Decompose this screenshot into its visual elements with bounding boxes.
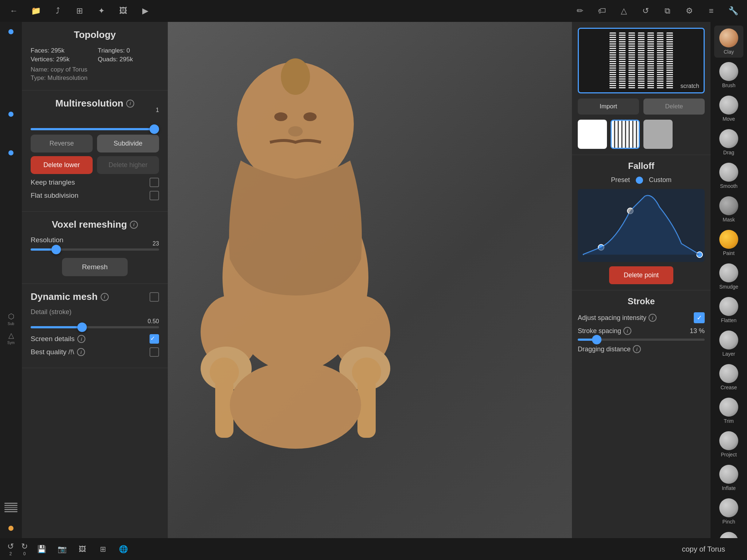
dynamic-mesh-info-icon[interactable]: i [101,293,109,301]
import-button[interactable]: Import [578,99,639,115]
falloff-dot[interactable] [636,177,643,184]
delete-higher-button[interactable]: Delete higher [97,156,159,174]
svg-point-14 [230,361,361,449]
stroke-spacing-slider[interactable] [578,339,705,341]
image-icon[interactable]: 🖼 [117,4,130,18]
remesh-button[interactable]: Remesh [62,258,128,276]
tool-item-mask[interactable]: Mask [714,193,743,225]
keep-triangles-checkbox[interactable] [150,178,159,187]
tool-item-crease[interactable]: Crease [714,361,743,393]
sidebar-item-sym[interactable]: △ Sym [3,330,19,346]
grid-icon[interactable]: ⊞ [73,4,86,18]
redo-button[interactable]: ↻ 0 [21,542,28,556]
adjust-spacing-label: Adjust spacing intensity [578,314,646,322]
sidebar-item-sub[interactable]: ⬡ Sub [3,311,19,327]
adjust-spacing-info[interactable]: i [649,314,657,322]
best-quality-checkbox[interactable] [150,347,159,357]
tool-item-drag[interactable]: Drag [714,126,743,158]
grid-bottom-icon[interactable]: ⊞ [96,542,109,556]
tool-item-flatten[interactable]: Flatten [714,294,743,326]
layers-icon[interactable]: ⧉ [661,4,674,18]
brush-delete-button[interactable]: Delete [643,99,705,115]
photo-icon[interactable]: 🖼 [76,542,89,556]
save-icon[interactable]: 💾 [35,542,48,556]
screen-details-checkbox[interactable]: ✓ [150,334,159,344]
voxel-remeshing-section: Voxel remeshing i Resolution 23 Remesh [22,212,168,284]
sidebar-stripes[interactable] [3,499,19,515]
stroke-spacing-info[interactable]: i [623,327,631,335]
best-quality-info[interactable]: i [77,348,85,356]
tool-item-trim[interactable]: Trim [714,395,743,427]
top-toolbar: ← 📁 ⤴ ⊞ ✦ 🖼 ▶ ✏ 🏷 △ ↺ ⧉ ⚙ ≡ 🔧 [0,0,747,22]
brush-thumb-3[interactable] [643,120,673,149]
back-icon[interactable]: ← [7,4,20,18]
video-icon[interactable]: ▶ [139,4,152,18]
tool-item-smooth-bottom[interactable]: Smooth [714,529,743,538]
subdivide-button[interactable]: Subdivide [97,135,159,152]
refresh-icon[interactable]: ↺ [639,4,652,18]
sidebar-dot-blue2[interactable] [8,112,13,117]
dm-slider-track[interactable]: 0.50 [31,326,159,328]
voxel-info-icon[interactable]: i [130,221,138,229]
brush-preview-image[interactable]: scratch [578,28,705,93]
reverse-button[interactable]: Reverse [31,135,93,152]
tool-item-brush[interactable]: Brush [714,59,743,91]
stroke-slider-thumb[interactable] [592,335,601,344]
scratch-line-2 [619,32,626,89]
delete-point-button[interactable]: Delete point [609,266,673,284]
settings-icon[interactable]: ⚙ [683,4,696,18]
move-label: Move [723,116,735,122]
brush-thumb-1[interactable] [578,120,607,149]
multires-slider-track[interactable] [31,128,159,130]
tool-item-smooth-top[interactable]: Smooth [714,160,743,192]
stroke-section: Stroke Adjust spacing intensity i ✓ Stro… [572,290,711,363]
tool-item-move[interactable]: Move [714,93,743,125]
tool-item-paint[interactable]: Paint [714,227,743,259]
tool-item-inflate[interactable]: Inflate [714,462,743,494]
custom-label[interactable]: Custom [649,176,671,184]
dm-slider-fill [31,326,82,328]
tool-item-pinch[interactable]: Pinch [714,495,743,528]
inflate-label: Inflate [722,485,736,491]
flat-subdivision-checkbox[interactable] [150,191,159,200]
effects-icon[interactable]: ✦ [95,4,108,18]
sliders-icon[interactable]: ≡ [705,4,718,18]
dynamic-mesh-checkbox[interactable] [150,292,159,302]
voxel-slider-thumb[interactable] [51,245,61,254]
dragging-distance-info[interactable]: i [633,345,641,353]
tag-icon[interactable]: 🏷 [595,4,608,18]
share-icon[interactable]: ⤴ [51,4,64,18]
tool-item-clay[interactable]: Clay [714,26,743,58]
dm-slider-thumb[interactable] [77,323,87,332]
screen-details-info[interactable]: i [77,335,85,343]
delete-lower-button[interactable]: Delete lower [31,156,93,174]
wrench-icon[interactable]: 🔧 [727,4,740,18]
trim-sphere [719,398,738,417]
brush-thumb-2[interactable] [611,120,640,149]
voxel-slider-track[interactable]: 23 [31,248,159,251]
keep-triangles-row: Keep triangles [31,178,159,187]
sidebar-dot-blue[interactable] [8,29,13,34]
tool-item-layer[interactable]: Layer [714,328,743,360]
adjust-spacing-checkbox[interactable]: ✓ [694,312,705,323]
tool-item-project[interactable]: Project [714,428,743,460]
trim-label: Trim [724,418,734,424]
svg-point-11 [274,112,287,121]
sidebar-dot-blue3[interactable] [8,150,13,155]
sidebar-dot-orange[interactable] [8,526,13,531]
preset-label[interactable]: Preset [611,176,630,184]
multiresolution-info-icon[interactable]: i [126,100,134,108]
right-panel: scratch Import Delete [572,22,711,538]
tool-item-smudge[interactable]: Smudge [714,260,743,293]
falloff-graph[interactable] [578,189,705,262]
flatten-label: Flatten [721,317,737,323]
pencil-icon[interactable]: ✏ [573,4,587,18]
camera-icon[interactable]: 📷 [55,542,69,556]
globe-icon[interactable]: 🌐 [117,542,130,556]
undo-button[interactable]: ↺ 2 [7,542,14,556]
folder-icon[interactable]: 📁 [29,4,42,18]
multires-slider-thumb[interactable] [150,124,159,134]
multires-btn-row2: Delete lower Delete higher [31,156,159,174]
triangle-icon[interactable]: △ [617,4,630,18]
dragging-distance-row: Dragging distance i [578,345,705,353]
